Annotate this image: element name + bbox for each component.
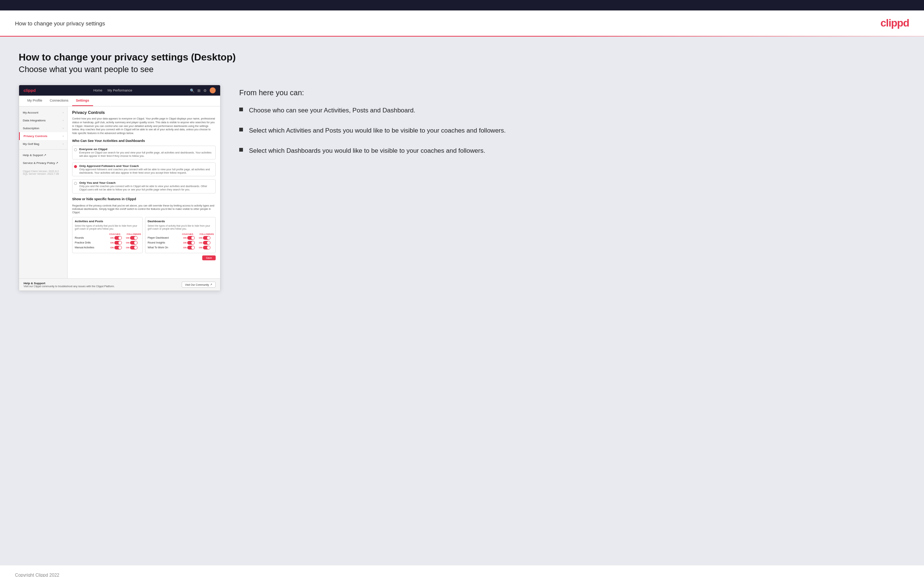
footer-text: Copyright Clippd 2022 bbox=[15, 572, 60, 577]
section-who-can-see: Who Can See Your Activities and Dashboar… bbox=[72, 139, 216, 143]
toggle-panels: Activities and Posts Select the types of… bbox=[72, 217, 216, 253]
chevron-icon: › bbox=[63, 143, 63, 145]
bullet-text-1: Choose who can see your Activities, Post… bbox=[249, 106, 415, 115]
help-section: Help & Support Visit our Clippd communit… bbox=[19, 278, 220, 290]
toggle-row-practice: Practice Drills ON ON bbox=[75, 241, 140, 245]
dash-coaches-col-label: COACHES bbox=[181, 233, 194, 235]
practice-followers-toggle[interactable]: ON bbox=[126, 241, 140, 245]
radio-dot-everyone bbox=[74, 148, 77, 151]
search-icon: 🔍 bbox=[190, 89, 194, 93]
app-nav-links: Home My Performance bbox=[94, 89, 132, 92]
player-followers-toggle[interactable]: ON bbox=[199, 236, 213, 240]
bullet-icon bbox=[239, 128, 243, 131]
sidebar-item-golf-bag[interactable]: My Golf Bag › bbox=[19, 140, 67, 148]
dash-followers-col-label: FOLLOWERS bbox=[200, 233, 213, 235]
app-nav-icons: 🔍 ⊞ ⚙ bbox=[190, 87, 216, 93]
panel-title: Privacy Controls bbox=[72, 110, 216, 114]
app-screenshot: clippd Home My Performance 🔍 ⊞ ⚙ My Prof… bbox=[19, 85, 221, 291]
external-link-icon: ↗ bbox=[210, 283, 212, 286]
avatar bbox=[210, 87, 216, 93]
work-coaches-toggle[interactable]: ON bbox=[183, 246, 197, 250]
radio-dot-only-you bbox=[74, 182, 77, 185]
toggle-row-rounds: Rounds ON ON bbox=[75, 236, 140, 240]
help-title: Help & Support bbox=[24, 282, 115, 285]
chevron-icon: › bbox=[63, 127, 63, 130]
chevron-icon: › bbox=[63, 111, 63, 114]
rounds-coaches-toggle[interactable]: ON bbox=[110, 236, 124, 240]
show-hide-section: Show or hide specific features in Clippd… bbox=[72, 197, 216, 260]
work-followers-toggle[interactable]: ON bbox=[199, 246, 213, 250]
list-item: Select which Dashboards you would like t… bbox=[239, 147, 905, 155]
sidebar-item-data[interactable]: Data Integrations › bbox=[19, 116, 67, 124]
manual-coaches-toggle[interactable]: ON bbox=[110, 246, 124, 250]
dashboards-panel-title: Dashboards bbox=[148, 219, 213, 223]
help-desc: Visit our Clippd community to troublesho… bbox=[24, 285, 115, 288]
sidebar-item-account[interactable]: My Account › bbox=[19, 109, 67, 116]
save-button[interactable]: Save bbox=[202, 255, 216, 260]
content-row: clippd Home My Performance 🔍 ⊞ ⚙ My Prof… bbox=[19, 85, 905, 291]
logo: clippd bbox=[880, 17, 909, 29]
radio-only-you[interactable]: Only You and Your Coach Only you and the… bbox=[72, 179, 216, 193]
sidebar-item-service[interactable]: Service & Privacy Policy ↗ bbox=[19, 159, 67, 167]
nav-link-home: Home bbox=[94, 89, 102, 92]
practice-coaches-toggle[interactable]: ON bbox=[110, 241, 124, 245]
app-tab-bar: My Profile Connections Settings bbox=[19, 96, 220, 106]
visit-community-label: Visit Our Community bbox=[185, 284, 209, 286]
right-column: From here you can: Choose who can see yo… bbox=[239, 85, 905, 166]
header: How to change your privacy settings clip… bbox=[0, 10, 924, 36]
activities-panel-desc: Select the types of activity that you'd … bbox=[75, 224, 140, 231]
chevron-icon: › bbox=[63, 135, 63, 137]
nav-link-performance: My Performance bbox=[108, 89, 132, 92]
show-hide-desc: Regardless of the privacy controls that … bbox=[72, 204, 216, 214]
bullet-list: Choose who can see your Activities, Post… bbox=[239, 106, 905, 155]
app-navbar: clippd Home My Performance 🔍 ⊞ ⚙ bbox=[19, 85, 220, 96]
main-content: How to change your privacy settings (Des… bbox=[0, 37, 924, 565]
bullet-text-2: Select which Activities and Posts you wo… bbox=[249, 126, 506, 135]
app-logo-mock: clippd bbox=[24, 88, 36, 93]
rounds-followers-toggle[interactable]: ON bbox=[126, 236, 140, 240]
chevron-icon: › bbox=[63, 119, 63, 122]
radio-approved[interactable]: Only Approved Followers and Your Coach O… bbox=[72, 163, 216, 176]
toggle-row-manual: Manual Activities ON ON bbox=[75, 246, 140, 250]
settings-icon: ⚙ bbox=[204, 89, 207, 93]
list-item: Choose who can see your Activities, Post… bbox=[239, 106, 905, 115]
coaches-col-label: COACHES bbox=[108, 233, 121, 235]
activities-col-headers: COACHES FOLLOWERS bbox=[75, 233, 140, 235]
activities-panel-title: Activities and Posts bbox=[75, 219, 140, 223]
app-main-panel: Privacy Controls Control how you and you… bbox=[68, 106, 220, 278]
insights-coaches-toggle[interactable]: ON bbox=[183, 241, 197, 245]
save-row: Save bbox=[72, 255, 216, 260]
dashboards-panel-desc: Select the types of activity that you'd … bbox=[148, 224, 213, 231]
activities-panel: Activities and Posts Select the types of… bbox=[72, 217, 143, 253]
toggle-row-round-insights: Round Insights ON ON bbox=[148, 241, 213, 245]
app-body: My Account › Data Integrations › Subscri… bbox=[19, 106, 220, 278]
tab-my-profile[interactable]: My Profile bbox=[24, 96, 46, 106]
sidebar-item-privacy[interactable]: Privacy Controls › bbox=[19, 132, 67, 140]
dashboards-panel: Dashboards Select the types of activity … bbox=[145, 217, 216, 253]
sidebar-item-help[interactable]: Help & Support ↗ bbox=[19, 151, 67, 159]
bullet-icon bbox=[239, 108, 243, 111]
footer: Copyright Clippd 2022 bbox=[0, 565, 924, 577]
player-coaches-toggle[interactable]: ON bbox=[183, 236, 197, 240]
bullet-text-3: Select which Dashboards you would like t… bbox=[249, 147, 485, 155]
grid-icon: ⊞ bbox=[197, 89, 200, 93]
toggle-row-player-dash: Player Dashboard ON ON bbox=[148, 236, 213, 240]
app-sidebar: My Account › Data Integrations › Subscri… bbox=[19, 106, 68, 278]
show-hide-title: Show or hide specific features in Clippd bbox=[72, 197, 216, 201]
manual-followers-toggle[interactable]: ON bbox=[126, 246, 140, 250]
tab-connections[interactable]: Connections bbox=[46, 96, 72, 106]
page-heading: How to change your privacy settings (Des… bbox=[19, 52, 905, 63]
visit-community-button[interactable]: Visit Our Community ↗ bbox=[182, 282, 216, 288]
dashboards-col-headers: COACHES FOLLOWERS bbox=[148, 233, 213, 235]
from-here-title: From here you can: bbox=[239, 89, 905, 97]
toggle-row-what-to-work: What To Work On ON ON bbox=[148, 246, 213, 250]
sidebar-item-subscription[interactable]: Subscription › bbox=[19, 124, 67, 132]
radio-everyone[interactable]: Everyone on Clippd Everyone on Clippd ca… bbox=[72, 146, 216, 160]
header-title: How to change your privacy settings bbox=[15, 20, 105, 26]
panel-description: Control how you and your data appears to… bbox=[72, 117, 216, 135]
tab-settings[interactable]: Settings bbox=[72, 96, 93, 106]
followers-col-label: FOLLOWERS bbox=[127, 233, 140, 235]
bullet-icon bbox=[239, 148, 243, 152]
insights-followers-toggle[interactable]: ON bbox=[199, 241, 213, 245]
radio-dot-approved bbox=[74, 165, 77, 168]
